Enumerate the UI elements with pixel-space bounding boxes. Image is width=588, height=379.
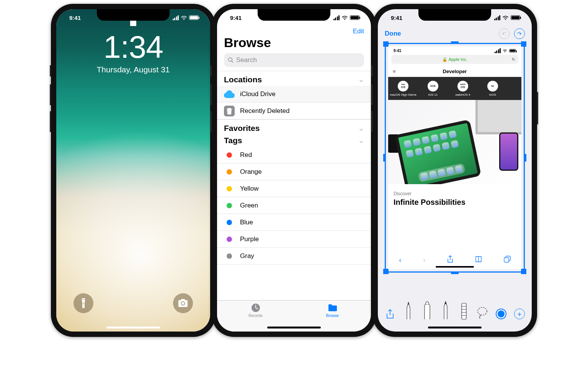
page-title: Browse [217, 35, 371, 53]
icloud-icon [224, 89, 235, 100]
color-picker-button[interactable] [496, 309, 506, 319]
folder-icon [328, 303, 338, 313]
tabs-icon [504, 256, 511, 265]
eraser-tool[interactable] [459, 301, 469, 319]
tag-label: Gray [240, 252, 254, 260]
tag-row-green[interactable]: Green [217, 197, 371, 214]
home-indicator[interactable] [428, 327, 482, 328]
svg-point-3 [478, 307, 487, 315]
markup-canvas[interactable]: 9:41 🔒 Apple Inc. ↻ ≡ [385, 43, 525, 273]
tag-label: Orange [240, 168, 262, 176]
tag-color-dot [227, 169, 232, 175]
tag-label: Green [240, 202, 258, 209]
section-locations-header[interactable]: Locations ⌄ [217, 71, 371, 86]
marker-tool[interactable] [422, 301, 433, 319]
phone-markup-app: 9:41 Done ↶ ↷ [372, 4, 537, 337]
add-shape-button[interactable]: ＋ [514, 309, 525, 319]
section-favorites-label: Favorites [224, 124, 260, 133]
screenshot-status-time: 9:41 [394, 49, 401, 53]
tag-color-dot [227, 237, 232, 242]
location-icloud-drive[interactable]: iCloud Drive [217, 86, 371, 103]
crop-handle-l[interactable] [383, 154, 385, 162]
wifi-icon [181, 15, 187, 20]
tag-color-dot [227, 186, 232, 191]
tag-row-orange[interactable]: Orange [217, 163, 371, 180]
edit-button[interactable]: Edit [353, 28, 364, 35]
screenshot-dev-title: Developer [443, 69, 467, 74]
screenshot-dev-header: ≡ Developer [388, 66, 521, 77]
lock-date: Thursday, August 31 [56, 65, 210, 74]
crop-handle-b[interactable] [451, 272, 459, 274]
crop-handle-tl[interactable] [383, 41, 389, 47]
section-locations-label: Locations [224, 75, 262, 84]
screenshot-url-bar: 🔒 Apple Inc. ↻ [391, 55, 518, 64]
screenshot-url-label: Apple Inc. [449, 57, 467, 62]
forward-icon: › [423, 256, 425, 264]
crop-handle-tr[interactable] [521, 41, 526, 47]
share-icon [447, 255, 453, 265]
screenshot-home-indicator [436, 266, 474, 268]
os-item: watchOSwatchOS 4 [448, 81, 478, 96]
location-recently-deleted[interactable]: Recently Deleted [217, 103, 371, 119]
tab-recents-label: Recents [248, 314, 263, 318]
section-tags-header[interactable]: Tags ⌄ [217, 134, 371, 147]
screenshot-devices-hero [388, 100, 521, 184]
screenshot-headline: Infinite Possibilities [388, 198, 521, 207]
status-icons [333, 15, 360, 20]
hamburger-icon: ≡ [393, 69, 396, 74]
crop-frame[interactable]: 9:41 🔒 Apple Inc. ↻ ≡ [385, 43, 525, 273]
section-tags-label: Tags [224, 136, 242, 145]
status-icons [494, 15, 521, 20]
status-time: 9:41 [230, 15, 242, 21]
section-favorites-header[interactable]: Favorites ⌄ [217, 119, 371, 134]
share-button[interactable] [385, 309, 395, 319]
home-indicator[interactable] [106, 327, 160, 328]
tag-row-yellow[interactable]: Yellow [217, 180, 371, 197]
chevron-down-icon: ⌄ [358, 124, 364, 132]
os-item: iOSiOS 11 [418, 81, 448, 96]
bookmarks-icon [475, 256, 482, 264]
tag-row-gray[interactable]: Gray [217, 248, 371, 265]
crop-handle-bl[interactable] [383, 269, 389, 274]
search-input[interactable]: Search [224, 53, 364, 67]
camera-button[interactable] [173, 293, 193, 313]
status-time: 9:41 [69, 15, 81, 21]
tag-row-red[interactable]: Red [217, 147, 371, 163]
home-indicator[interactable] [267, 327, 321, 328]
status-time: 9:41 [391, 15, 402, 21]
cellular-signal-icon [173, 15, 179, 20]
os-item: tvtvOS [478, 81, 508, 96]
trash-icon [224, 106, 235, 116]
status-icons [173, 15, 199, 20]
redo-button[interactable]: ↷ [514, 28, 525, 39]
location-label: Recently Deleted [240, 107, 289, 115]
location-label: iCloud Drive [240, 90, 276, 98]
svg-rect-2 [462, 303, 466, 319]
tag-color-dot [227, 220, 232, 225]
lock-small-icon: 🔒 [442, 57, 448, 62]
undo-button[interactable]: ↶ [499, 28, 510, 39]
tag-color-dot [227, 152, 232, 158]
tag-row-purple[interactable]: Purple [217, 231, 371, 248]
crop-handle-t[interactable] [451, 41, 459, 44]
pen-tool[interactable] [403, 301, 414, 319]
crop-handle-r[interactable] [524, 154, 526, 162]
tag-row-blue[interactable]: Blue [217, 214, 371, 231]
cellular-signal-icon [333, 15, 340, 20]
tag-color-dot [227, 253, 232, 259]
svg-rect-1 [504, 258, 509, 262]
chevron-down-icon: ⌄ [358, 75, 364, 84]
tab-browse-label: Browse [326, 314, 339, 318]
markup-toolbar: ＋ [378, 299, 532, 320]
done-button[interactable]: Done [385, 30, 401, 38]
lasso-tool[interactable] [477, 301, 488, 319]
tag-label: Red [240, 151, 252, 159]
flashlight-button[interactable] [74, 293, 93, 313]
wifi-icon [502, 15, 509, 20]
crop-handle-br[interactable] [521, 269, 526, 274]
lock-time: 1:34 [56, 31, 210, 63]
chevron-down-icon: ⌄ [358, 136, 364, 145]
pencil-tool[interactable] [440, 301, 451, 319]
screenshot-discover-label: Discover [388, 184, 521, 198]
tag-label: Purple [240, 235, 259, 243]
